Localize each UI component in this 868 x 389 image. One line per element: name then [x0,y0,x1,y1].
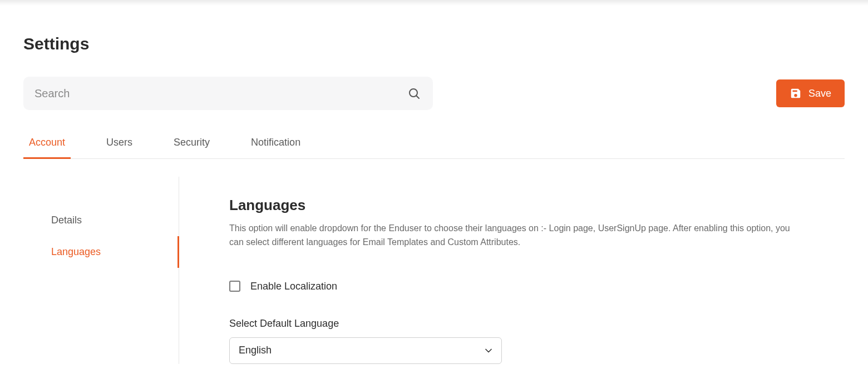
default-language-select[interactable]: English [229,337,502,364]
side-nav: Details Languages [23,177,179,364]
save-button[interactable]: Save [776,79,845,107]
search-icon [407,87,421,100]
toolbar: Save [23,77,845,110]
enable-localization-label: Enable Localization [250,281,337,292]
search-box[interactable] [23,77,433,110]
section-title: Languages [229,197,845,214]
tab-security[interactable]: Security [168,130,215,159]
enable-localization-checkbox[interactable] [229,281,240,292]
top-shadow [0,0,868,6]
section-description: This option will enable dropdown for the… [229,222,797,250]
svg-line-1 [416,96,419,98]
tab-account[interactable]: Account [23,130,71,159]
content: Details Languages Languages This option … [23,177,845,364]
main-panel: Languages This option will enable dropdo… [179,177,845,364]
tabs: Account Users Security Notification [23,130,845,159]
page-title: Settings [23,34,89,53]
tab-users[interactable]: Users [101,130,138,159]
default-language-label: Select Default Language [229,318,845,330]
save-button-label: Save [808,88,831,99]
search-input[interactable] [23,77,433,110]
default-language-select-wrap: English [229,337,502,364]
settings-page: Settings Save Account Users Security No [0,34,868,364]
enable-localization-row: Enable Localization [229,281,845,292]
side-nav-item-languages[interactable]: Languages [23,236,179,268]
header: Settings [23,34,845,53]
save-icon [790,87,802,99]
side-nav-item-details[interactable]: Details [23,205,179,236]
tab-notification[interactable]: Notification [245,130,306,159]
chevron-down-icon [483,345,494,356]
